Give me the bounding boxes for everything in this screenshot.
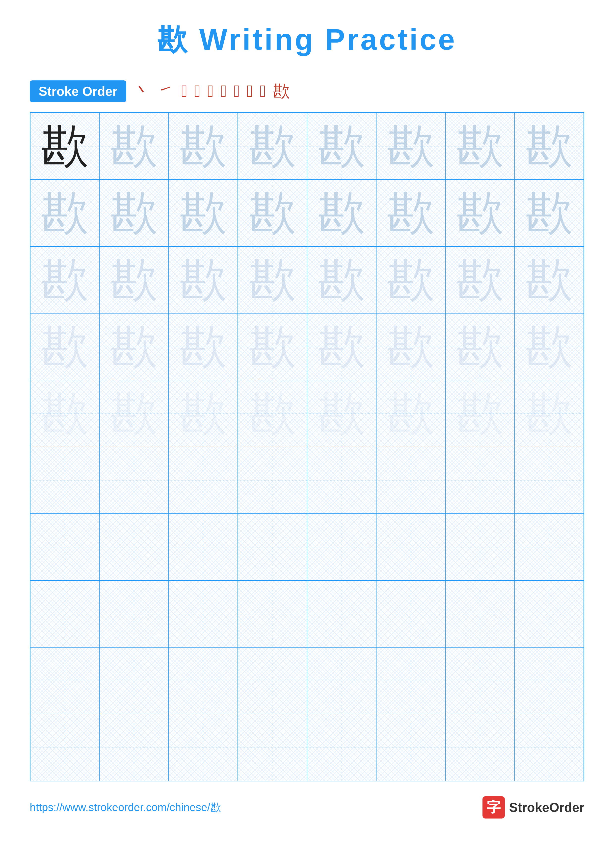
char-light-3: 歁 xyxy=(249,323,296,370)
grid-cell[interactable] xyxy=(515,447,584,514)
grid-cell[interactable]: 歁 xyxy=(376,246,445,313)
grid-cell[interactable] xyxy=(376,714,445,781)
grid-cell[interactable] xyxy=(99,714,168,781)
grid-cell[interactable]: 歁 xyxy=(238,180,307,246)
grid-cell[interactable] xyxy=(99,580,168,647)
grid-cell[interactable] xyxy=(238,514,307,580)
grid-cell[interactable] xyxy=(99,514,168,580)
grid-cell[interactable]: 歁 xyxy=(445,246,515,313)
grid-cell[interactable]: 歁 xyxy=(307,180,376,246)
char-light-1: 歁 xyxy=(525,123,573,170)
grid-cell[interactable]: 歁 xyxy=(445,380,515,447)
grid-cell[interactable]: 歁 xyxy=(99,113,168,180)
grid-cell[interactable] xyxy=(30,714,99,781)
grid-cell[interactable]: 歁 xyxy=(238,380,307,447)
grid-cell[interactable]: 歁 xyxy=(238,313,307,380)
char-light-3: 歁 xyxy=(525,390,573,437)
grid-cell[interactable] xyxy=(30,580,99,647)
grid-cell[interactable]: 歁 xyxy=(445,113,515,180)
char-light-1: 歁 xyxy=(457,123,504,170)
grid-cell[interactable]: 歁 xyxy=(376,113,445,180)
stroke-step-4: 𠄌 xyxy=(208,81,214,101)
char-light-2: 歁 xyxy=(41,256,89,303)
grid-cell[interactable] xyxy=(238,580,307,647)
grid-cell[interactable]: 歁 xyxy=(30,180,99,246)
grid-cell[interactable]: 歁 xyxy=(238,246,307,313)
grid-cell[interactable]: 歁 xyxy=(169,113,238,180)
grid-cell[interactable] xyxy=(169,714,238,781)
grid-cell[interactable]: 歁 xyxy=(99,313,168,380)
grid-cell[interactable] xyxy=(30,514,99,580)
grid-cell[interactable]: 歁 xyxy=(376,313,445,380)
grid-cell[interactable] xyxy=(99,647,168,714)
char-light-1: 歁 xyxy=(180,189,227,237)
grid-cell[interactable]: 歁 xyxy=(307,380,376,447)
grid-cell[interactable]: 歁 xyxy=(169,246,238,313)
char-light-3: 歁 xyxy=(180,390,227,437)
grid-cell[interactable]: 歁 xyxy=(515,113,584,180)
char-light-3: 歁 xyxy=(41,323,89,370)
grid-cell[interactable]: 歁 xyxy=(307,113,376,180)
grid-cell[interactable] xyxy=(515,580,584,647)
grid-cell[interactable]: 歁 xyxy=(30,380,99,447)
grid-cell[interactable] xyxy=(307,580,376,647)
grid-cell[interactable] xyxy=(169,580,238,647)
grid-cell[interactable] xyxy=(238,714,307,781)
grid-cell[interactable]: 歁 xyxy=(445,180,515,246)
footer-url: https://www.strokeorder.com/chinese/歁 xyxy=(30,800,221,815)
grid-cell[interactable]: 歁 xyxy=(515,313,584,380)
char-light-3: 歁 xyxy=(525,323,573,370)
grid-cell[interactable]: 歁 xyxy=(376,180,445,246)
grid-cell[interactable]: 歁 xyxy=(30,246,99,313)
char-light-2: 歁 xyxy=(318,256,365,303)
char-light-1: 歁 xyxy=(249,189,296,237)
grid-cell[interactable] xyxy=(376,514,445,580)
grid-cell[interactable] xyxy=(307,447,376,514)
grid-cell[interactable]: 歁 xyxy=(30,113,99,180)
grid-cell[interactable]: 歁 xyxy=(30,313,99,380)
grid-cell[interactable] xyxy=(445,647,515,714)
char-light-2: 歁 xyxy=(249,256,296,303)
grid-cell[interactable]: 歁 xyxy=(376,380,445,447)
grid-cell[interactable]: 歁 xyxy=(169,380,238,447)
grid-cell[interactable] xyxy=(99,447,168,514)
char-light-1: 歁 xyxy=(318,123,365,170)
grid-cell[interactable] xyxy=(515,647,584,714)
grid-cell[interactable] xyxy=(376,447,445,514)
grid-cell[interactable] xyxy=(169,447,238,514)
grid-cell[interactable] xyxy=(376,647,445,714)
char-light-1: 歁 xyxy=(525,189,573,237)
stroke-step-6: 𠄏 xyxy=(233,81,240,101)
grid-cell[interactable]: 歁 xyxy=(99,180,168,246)
grid-cell[interactable] xyxy=(307,714,376,781)
grid-cell[interactable] xyxy=(30,647,99,714)
grid-cell[interactable] xyxy=(515,714,584,781)
char-light-3: 歁 xyxy=(387,323,434,370)
grid-cell[interactable] xyxy=(238,647,307,714)
page-title: 歁 Writing Practice xyxy=(157,20,457,60)
stroke-step-5: 𠄎 xyxy=(221,81,227,101)
grid-cell[interactable]: 歁 xyxy=(515,180,584,246)
grid-cell[interactable] xyxy=(445,514,515,580)
grid-cell[interactable] xyxy=(30,447,99,514)
grid-cell[interactable]: 歁 xyxy=(99,380,168,447)
grid-cell[interactable]: 歁 xyxy=(238,113,307,180)
grid-cell[interactable]: 歁 xyxy=(515,246,584,313)
grid-cell[interactable]: 歁 xyxy=(445,313,515,380)
grid-cell[interactable]: 歁 xyxy=(515,380,584,447)
grid-cell[interactable] xyxy=(445,447,515,514)
grid-cell[interactable]: 歁 xyxy=(307,246,376,313)
grid-cell[interactable] xyxy=(376,580,445,647)
grid-cell[interactable]: 歁 xyxy=(307,313,376,380)
grid-cell[interactable] xyxy=(307,514,376,580)
grid-cell[interactable] xyxy=(307,647,376,714)
grid-cell[interactable] xyxy=(445,580,515,647)
grid-cell[interactable] xyxy=(445,714,515,781)
grid-cell[interactable]: 歁 xyxy=(169,313,238,380)
grid-cell[interactable] xyxy=(169,647,238,714)
grid-cell[interactable] xyxy=(169,514,238,580)
grid-cell[interactable] xyxy=(515,514,584,580)
grid-cell[interactable] xyxy=(238,447,307,514)
grid-cell[interactable]: 歁 xyxy=(99,246,168,313)
grid-cell[interactable]: 歁 xyxy=(169,180,238,246)
